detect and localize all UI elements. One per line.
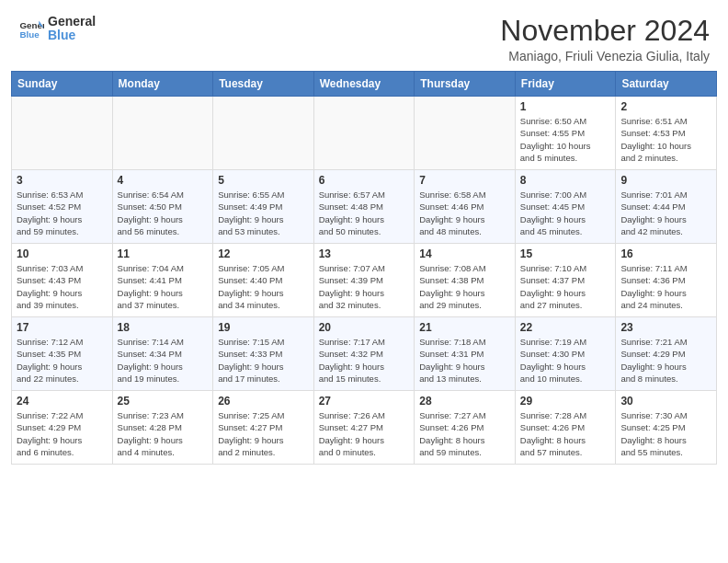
logo-line1: General xyxy=(48,15,96,29)
calendar-cell: 18Sunrise: 7:14 AM Sunset: 4:34 PM Dayli… xyxy=(112,317,213,391)
day-info: Sunrise: 7:00 AM Sunset: 4:45 PM Dayligh… xyxy=(520,189,611,237)
day-number: 14 xyxy=(419,247,510,260)
day-number: 15 xyxy=(520,247,611,260)
day-number: 17 xyxy=(17,321,108,334)
calendar-cell: 25Sunrise: 7:23 AM Sunset: 4:28 PM Dayli… xyxy=(112,391,213,465)
day-number: 22 xyxy=(520,321,611,334)
day-info: Sunrise: 7:05 AM Sunset: 4:40 PM Dayligh… xyxy=(218,262,309,311)
calendar-cell: 9Sunrise: 7:01 AM Sunset: 4:44 PM Daylig… xyxy=(616,170,717,244)
day-info: Sunrise: 7:30 AM Sunset: 4:25 PM Dayligh… xyxy=(620,409,711,458)
calendar-cell: 12Sunrise: 7:05 AM Sunset: 4:40 PM Dayli… xyxy=(213,244,314,317)
weekday-header-saturday: Saturday xyxy=(616,72,717,97)
day-number: 16 xyxy=(620,247,711,260)
day-number: 5 xyxy=(218,174,309,187)
calendar-cell: 14Sunrise: 7:08 AM Sunset: 4:38 PM Dayli… xyxy=(415,244,516,317)
calendar-cell: 24Sunrise: 7:22 AM Sunset: 4:29 PM Dayli… xyxy=(12,391,113,465)
day-number: 4 xyxy=(118,174,209,187)
calendar-cell: 20Sunrise: 7:17 AM Sunset: 4:32 PM Dayli… xyxy=(313,317,415,391)
calendar-week-row: 3Sunrise: 6:53 AM Sunset: 4:52 PM Daylig… xyxy=(12,170,717,244)
day-info: Sunrise: 7:07 AM Sunset: 4:39 PM Dayligh… xyxy=(319,262,410,311)
day-info: Sunrise: 7:03 AM Sunset: 4:43 PM Dayligh… xyxy=(17,262,108,311)
calendar-cell: 16Sunrise: 7:11 AM Sunset: 4:36 PM Dayli… xyxy=(616,244,717,317)
day-number: 1 xyxy=(520,100,611,113)
day-number: 25 xyxy=(118,395,209,408)
title-block: November 2024 Maniago, Friuli Venezia Gi… xyxy=(500,15,710,63)
day-number: 29 xyxy=(520,395,611,408)
day-number: 8 xyxy=(520,174,611,187)
day-number: 3 xyxy=(17,174,108,187)
calendar-cell: 15Sunrise: 7:10 AM Sunset: 4:37 PM Dayli… xyxy=(515,244,616,317)
calendar-cell: 5Sunrise: 6:55 AM Sunset: 4:49 PM Daylig… xyxy=(213,170,314,244)
calendar-cell xyxy=(12,97,113,170)
day-info: Sunrise: 7:28 AM Sunset: 4:26 PM Dayligh… xyxy=(520,409,611,458)
day-number: 18 xyxy=(118,321,209,334)
calendar-wrapper: SundayMondayTuesdayWednesdayThursdayFrid… xyxy=(0,71,728,476)
day-info: Sunrise: 7:27 AM Sunset: 4:26 PM Dayligh… xyxy=(419,409,510,458)
calendar-cell: 7Sunrise: 6:58 AM Sunset: 4:46 PM Daylig… xyxy=(415,170,516,244)
day-number: 27 xyxy=(319,395,410,408)
calendar-cell: 27Sunrise: 7:26 AM Sunset: 4:27 PM Dayli… xyxy=(313,391,415,465)
day-info: Sunrise: 7:17 AM Sunset: 4:32 PM Dayligh… xyxy=(319,336,410,385)
calendar-cell xyxy=(213,97,314,170)
day-info: Sunrise: 7:11 AM Sunset: 4:36 PM Dayligh… xyxy=(620,262,711,311)
day-info: Sunrise: 6:58 AM Sunset: 4:46 PM Dayligh… xyxy=(419,189,510,237)
calendar-cell: 22Sunrise: 7:19 AM Sunset: 4:30 PM Dayli… xyxy=(515,317,616,391)
day-number: 11 xyxy=(118,247,209,260)
calendar-week-row: 24Sunrise: 7:22 AM Sunset: 4:29 PM Dayli… xyxy=(12,391,717,465)
location-subtitle: Maniago, Friuli Venezia Giulia, Italy xyxy=(500,49,710,63)
day-number: 19 xyxy=(218,321,309,334)
logo-icon: General Blue xyxy=(18,16,44,41)
day-info: Sunrise: 6:53 AM Sunset: 4:52 PM Dayligh… xyxy=(17,189,108,237)
calendar-cell: 11Sunrise: 7:04 AM Sunset: 4:41 PM Dayli… xyxy=(112,244,213,317)
day-info: Sunrise: 7:25 AM Sunset: 4:27 PM Dayligh… xyxy=(218,409,309,458)
day-number: 6 xyxy=(319,174,410,187)
month-title: November 2024 xyxy=(500,15,710,47)
day-info: Sunrise: 7:15 AM Sunset: 4:33 PM Dayligh… xyxy=(218,336,309,385)
day-info: Sunrise: 7:04 AM Sunset: 4:41 PM Dayligh… xyxy=(118,262,209,311)
logo-line2: Blue xyxy=(48,29,96,42)
calendar-cell xyxy=(313,97,415,170)
day-number: 30 xyxy=(620,395,711,408)
weekday-header-wednesday: Wednesday xyxy=(313,72,415,97)
weekday-header-monday: Monday xyxy=(112,72,213,97)
day-number: 13 xyxy=(319,247,410,260)
day-info: Sunrise: 7:14 AM Sunset: 4:34 PM Dayligh… xyxy=(118,336,209,385)
day-info: Sunrise: 7:19 AM Sunset: 4:30 PM Dayligh… xyxy=(520,336,611,385)
calendar-cell: 3Sunrise: 6:53 AM Sunset: 4:52 PM Daylig… xyxy=(12,170,113,244)
calendar-cell: 23Sunrise: 7:21 AM Sunset: 4:29 PM Dayli… xyxy=(616,317,717,391)
svg-text:Blue: Blue xyxy=(19,29,40,40)
calendar-cell: 30Sunrise: 7:30 AM Sunset: 4:25 PM Dayli… xyxy=(616,391,717,465)
calendar-cell: 8Sunrise: 7:00 AM Sunset: 4:45 PM Daylig… xyxy=(515,170,616,244)
day-number: 9 xyxy=(620,174,711,187)
calendar-cell: 17Sunrise: 7:12 AM Sunset: 4:35 PM Dayli… xyxy=(12,317,113,391)
day-number: 12 xyxy=(218,247,309,260)
calendar-cell: 10Sunrise: 7:03 AM Sunset: 4:43 PM Dayli… xyxy=(12,244,113,317)
weekday-header-thursday: Thursday xyxy=(415,72,516,97)
calendar-cell: 4Sunrise: 6:54 AM Sunset: 4:50 PM Daylig… xyxy=(112,170,213,244)
day-number: 23 xyxy=(620,321,711,334)
day-info: Sunrise: 6:54 AM Sunset: 4:50 PM Dayligh… xyxy=(118,189,209,237)
weekday-header-tuesday: Tuesday xyxy=(213,72,314,97)
day-info: Sunrise: 6:55 AM Sunset: 4:49 PM Dayligh… xyxy=(218,189,309,237)
day-info: Sunrise: 7:08 AM Sunset: 4:38 PM Dayligh… xyxy=(419,262,510,311)
calendar-cell: 26Sunrise: 7:25 AM Sunset: 4:27 PM Dayli… xyxy=(213,391,314,465)
day-info: Sunrise: 7:12 AM Sunset: 4:35 PM Dayligh… xyxy=(17,336,108,385)
day-number: 20 xyxy=(319,321,410,334)
calendar-cell: 1Sunrise: 6:50 AM Sunset: 4:55 PM Daylig… xyxy=(515,97,616,170)
day-info: Sunrise: 7:22 AM Sunset: 4:29 PM Dayligh… xyxy=(17,409,108,458)
calendar-week-row: 10Sunrise: 7:03 AM Sunset: 4:43 PM Dayli… xyxy=(12,244,717,317)
calendar-cell: 6Sunrise: 6:57 AM Sunset: 4:48 PM Daylig… xyxy=(313,170,415,244)
weekday-header-row: SundayMondayTuesdayWednesdayThursdayFrid… xyxy=(12,72,717,97)
calendar-cell: 2Sunrise: 6:51 AM Sunset: 4:53 PM Daylig… xyxy=(616,97,717,170)
day-info: Sunrise: 7:23 AM Sunset: 4:28 PM Dayligh… xyxy=(118,409,209,458)
day-number: 21 xyxy=(419,321,510,334)
day-number: 7 xyxy=(419,174,510,187)
calendar-cell: 21Sunrise: 7:18 AM Sunset: 4:31 PM Dayli… xyxy=(415,317,516,391)
day-number: 10 xyxy=(17,247,108,260)
weekday-header-friday: Friday xyxy=(515,72,616,97)
calendar-cell: 19Sunrise: 7:15 AM Sunset: 4:33 PM Dayli… xyxy=(213,317,314,391)
calendar-week-row: 1Sunrise: 6:50 AM Sunset: 4:55 PM Daylig… xyxy=(12,97,717,170)
day-info: Sunrise: 6:57 AM Sunset: 4:48 PM Dayligh… xyxy=(319,189,410,237)
calendar-cell xyxy=(112,97,213,170)
day-info: Sunrise: 6:51 AM Sunset: 4:53 PM Dayligh… xyxy=(620,115,711,164)
